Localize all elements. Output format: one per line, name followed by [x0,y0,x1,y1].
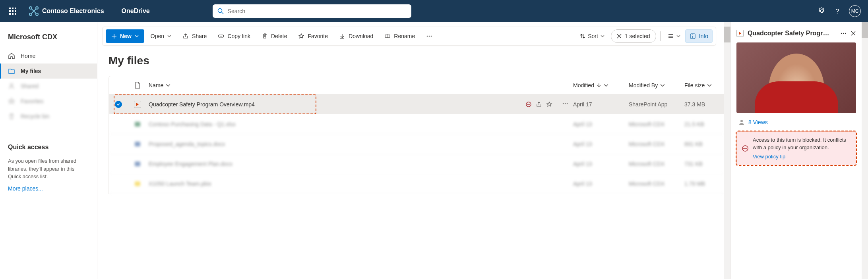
search-box[interactable] [213,4,411,18]
details-pane: Quadcopter Safety Progr… 8 Views Access … [730,22,862,279]
file-size: 37.3 MB [684,101,705,108]
table-row[interactable]: Employee Engagement Plan.docx April 13 M… [109,154,724,174]
chevron-down-icon [167,34,171,38]
svg-rect-0 [9,8,11,9]
table-row[interactable]: Quadcopter Safety Program Overview.mp4 A… [109,94,724,114]
file-name[interactable]: Contoso Purchasing Data - Q1.xlsx [149,121,236,127]
download-button[interactable]: Download [334,29,378,43]
share-icon [182,33,189,39]
close-icon[interactable] [851,31,856,36]
svg-point-13 [218,8,222,12]
search-input[interactable] [228,8,407,14]
quick-access-description: As you open files from shared libraries,… [8,157,89,181]
favorite-button[interactable]: Favorite [293,29,333,43]
row-checkbox-checked[interactable] [115,101,122,108]
svg-point-19 [427,36,428,37]
app-header: Contoso Electronics OneDrive ? MC [0,0,868,22]
details-more-icon[interactable] [840,30,847,37]
file-type-header-icon[interactable] [134,82,141,89]
file-name[interactable]: Proposed_agenda_topics.docx [149,141,225,147]
app-name[interactable]: OneDrive [122,8,150,15]
brand[interactable]: Contoso Electronics [29,6,104,16]
copy-link-button[interactable]: Copy link [213,29,255,43]
docx-icon [134,140,141,148]
nav-favorites[interactable]: Favorites [0,94,97,109]
svg-point-27 [563,103,564,104]
docx-icon [134,160,141,167]
file-name[interactable]: X1050 Launch Team.pbix [149,181,211,187]
arrow-down-icon [597,83,601,88]
nav-label: Recycle bin [21,113,49,119]
more-commands-button[interactable] [421,29,437,43]
svg-rect-8 [15,13,16,15]
open-button[interactable]: Open [146,29,176,43]
delete-icon [262,33,268,39]
table-header: Name Modified Modified By File size [109,76,724,94]
policy-tip-link[interactable]: View policy tip [753,153,785,161]
site-name: Microsoft CDX [0,33,97,48]
ellipsis-icon [426,33,432,39]
clear-selection-icon [617,34,622,38]
page-title: My files [97,50,724,76]
file-modified: April 17 [573,101,592,108]
video-thumbnail[interactable] [736,42,856,113]
app-launcher-button[interactable] [3,2,22,21]
share-icon[interactable] [536,101,542,108]
table-row[interactable]: X1050 Launch Team.pbix April 13 Microsof… [109,174,724,194]
home-icon [8,52,15,60]
view-options-button[interactable] [665,33,684,39]
svg-line-14 [221,12,223,14]
column-name[interactable]: Name [147,82,573,89]
user-avatar[interactable]: MC [849,5,861,17]
brand-name: Contoso Electronics [42,8,104,15]
more-places-link[interactable]: More places... [8,185,43,192]
favorite-label: Favorite [308,33,328,39]
file-name[interactable]: Employee Engagement Plan.docx [149,161,232,167]
chevron-down-icon [601,34,604,38]
share-button[interactable]: Share [178,29,211,43]
nav-recycle-bin[interactable]: Recycle bin [0,109,97,124]
svg-rect-7 [12,13,14,15]
column-modified[interactable]: Modified [573,82,629,89]
details-title: Quadcopter Safety Progr… [748,30,836,37]
delete-button[interactable]: Delete [257,29,292,43]
svg-rect-6 [9,13,11,15]
help-icon[interactable]: ? [834,8,841,15]
list-view-icon [668,33,674,39]
svg-point-35 [843,33,844,34]
chevron-down-icon [135,34,139,38]
views-link[interactable]: 8 Views [748,119,768,125]
brand-logo-icon [29,6,39,16]
nav-label: Favorites [21,98,44,104]
file-name[interactable]: Quadcopter Safety Program Overview.mp4 [149,101,255,108]
column-file-size[interactable]: File size [684,82,724,89]
svg-point-34 [841,33,842,34]
selected-count: 1 selected [625,33,650,39]
info-button[interactable]: Info [685,29,713,43]
svg-point-23 [692,35,693,35]
nav-shared[interactable]: Shared [0,79,97,94]
svg-rect-5 [15,10,16,12]
table-row[interactable]: Proposed_agenda_topics.docx April 13 Mic… [109,134,724,154]
table-row[interactable]: Contoso Purchasing Data - Q1.xlsx April … [109,114,724,134]
nav-my-files[interactable]: My files [0,63,97,79]
share-label: Share [192,33,207,39]
link-icon [218,33,224,39]
settings-icon[interactable] [818,7,826,15]
open-label: Open [151,33,164,39]
selection-pill[interactable]: 1 selected [611,29,656,43]
row-more-icon[interactable] [562,100,568,107]
scrollbar[interactable] [862,22,868,279]
sidebar: Microsoft CDX Home My files Shared Favor… [0,22,97,279]
scrollbar[interactable] [724,22,730,279]
chevron-down-icon [660,83,665,88]
rename-button[interactable]: Rename [380,29,420,43]
star-icon [298,33,304,39]
column-modified-by[interactable]: Modified By [629,82,684,89]
new-button[interactable]: New [106,29,144,43]
svg-rect-32 [135,162,140,166]
nav-home[interactable]: Home [0,48,97,63]
sort-button[interactable]: Sort [575,33,609,39]
info-icon [690,33,696,39]
star-icon[interactable] [546,101,552,108]
